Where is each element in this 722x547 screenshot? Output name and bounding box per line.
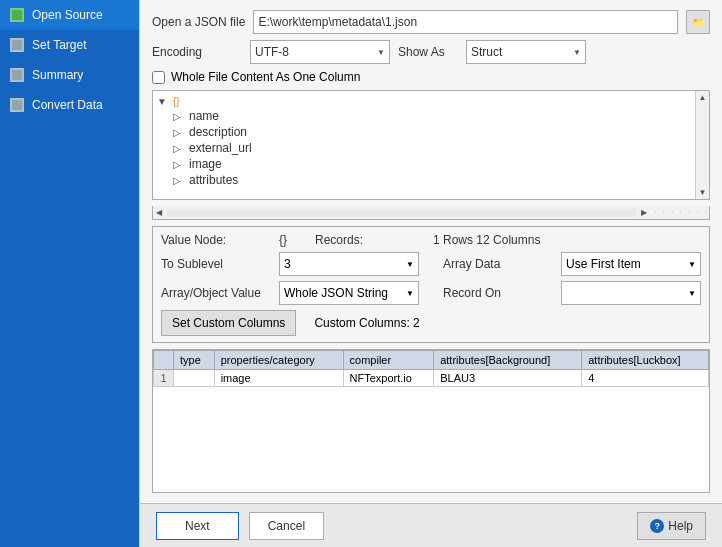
sidebar-item-convert-data-label: Convert Data	[32, 98, 103, 112]
tree-root-item[interactable]: ▼ {}	[157, 95, 691, 108]
browse-button[interactable]: 📁	[686, 10, 710, 34]
tree-arrow-desc-icon: ▷	[173, 127, 185, 138]
row-background-1: BLAU3	[434, 370, 582, 387]
properties-section: Value Node: {} Records: 1 Rows 12 Column…	[152, 226, 710, 343]
tree-vertical-scrollbar[interactable]: ▲ ▼	[695, 91, 709, 199]
custom-columns-row: Set Custom Columns Custom Columns: 2	[161, 310, 701, 336]
encoding-row: Encoding UTF-8 ▼ Show As Struct ▼	[152, 40, 710, 64]
array-object-row: Array/Object Value Whole JSON String ▼ R…	[161, 281, 701, 305]
tree-item-attributes[interactable]: ▷ attributes	[157, 172, 691, 188]
tree-collapse-icon: ▼	[157, 96, 169, 107]
array-data-arrow-icon: ▼	[688, 260, 696, 269]
record-on-label: Record On	[443, 286, 553, 300]
set-custom-columns-button[interactable]: Set Custom Columns	[161, 310, 296, 336]
scroll-up-icon[interactable]: ▲	[697, 91, 709, 104]
data-table-wrapper[interactable]: type properties/category compiler attrib…	[152, 349, 710, 493]
dotted-divider: · · · · · · ·	[654, 208, 709, 217]
help-icon: ?	[650, 519, 664, 533]
array-data-label: Array Data	[443, 257, 553, 271]
tree-arrow-name-icon: ▷	[173, 111, 185, 122]
convert-data-icon	[10, 98, 24, 112]
folder-icon: 📁	[692, 17, 704, 28]
file-label: Open a JSON file	[152, 15, 245, 29]
open-source-icon	[10, 8, 24, 22]
col-header-compiler: compiler	[343, 351, 434, 370]
tree-brace-icon: {}	[173, 96, 180, 107]
sublevel-arrow-icon: ▼	[406, 260, 414, 269]
sidebar-item-convert-data[interactable]: Convert Data	[0, 90, 139, 120]
tree-item-description-label: description	[189, 125, 247, 139]
show-as-value: Struct	[471, 45, 502, 59]
tree-arrow-attr-icon: ▷	[173, 175, 185, 186]
sublevel-row: To Sublevel 3 ▼ Array Data Use First Ite…	[161, 252, 701, 276]
tree-item-description[interactable]: ▷ description	[157, 124, 691, 140]
col-header-background: attributes[Background]	[434, 351, 582, 370]
help-label: Help	[668, 519, 693, 533]
value-node-label: Value Node:	[161, 233, 271, 247]
tree-item-external-url[interactable]: ▷ external_url	[157, 140, 691, 156]
encoding-select[interactable]: UTF-8 ▼	[250, 40, 390, 64]
row-num-1: 1	[154, 370, 174, 387]
sidebar-item-summary-label: Summary	[32, 68, 83, 82]
tree-hscroll-bar[interactable]: ◀ ▶ · · · · · · ·	[152, 206, 710, 220]
tree-arrow-url-icon: ▷	[173, 143, 185, 154]
show-as-label: Show As	[398, 45, 458, 59]
sublevel-select[interactable]: 3 ▼	[279, 252, 419, 276]
sidebar: Open Source Set Target Summary Convert D…	[0, 0, 139, 547]
tree-item-image[interactable]: ▷ image	[157, 156, 691, 172]
encoding-label: Encoding	[152, 45, 242, 59]
col-header-type: type	[174, 351, 215, 370]
value-node-row: Value Node: {} Records: 1 Rows 12 Column…	[161, 233, 701, 247]
hscroll-track	[167, 209, 636, 217]
show-as-arrow-icon: ▼	[573, 48, 581, 57]
array-object-value: Whole JSON String	[284, 286, 388, 300]
custom-columns-count: Custom Columns: 2	[314, 316, 419, 330]
tree-panel[interactable]: ▼ {} ▷ name ▷ description ▷ external_url	[153, 91, 695, 199]
row-compiler-1: NFTexport.io	[343, 370, 434, 387]
encoding-value: UTF-8	[255, 45, 289, 59]
next-button[interactable]: Next	[156, 512, 239, 540]
file-row: Open a JSON file 📁	[152, 10, 710, 34]
data-table: type properties/category compiler attrib…	[153, 350, 709, 387]
cancel-button[interactable]: Cancel	[249, 512, 324, 540]
tree-item-attributes-label: attributes	[189, 173, 238, 187]
record-on-select[interactable]: ▼	[561, 281, 701, 305]
main-content: Open a JSON file 📁 Encoding UTF-8 ▼ Show…	[139, 0, 722, 547]
help-button[interactable]: ? Help	[637, 512, 706, 540]
whole-file-row: Whole File Content As One Column	[152, 70, 710, 84]
bottom-bar: Next Cancel ? Help	[140, 503, 722, 547]
tree-item-image-label: image	[189, 157, 222, 171]
array-data-value: Use First Item	[566, 257, 641, 271]
content-area: Open a JSON file 📁 Encoding UTF-8 ▼ Show…	[140, 0, 722, 503]
records-value: 1 Rows 12 Columns	[433, 233, 540, 247]
whole-file-checkbox[interactable]	[152, 71, 165, 84]
row-type-1	[174, 370, 215, 387]
whole-file-label: Whole File Content As One Column	[171, 70, 360, 84]
show-as-select[interactable]: Struct ▼	[466, 40, 586, 64]
array-data-select[interactable]: Use First Item ▼	[561, 252, 701, 276]
array-object-arrow-icon: ▼	[406, 289, 414, 298]
sidebar-item-summary[interactable]: Summary	[0, 60, 139, 90]
row-category-1: image	[214, 370, 343, 387]
file-path-input[interactable]	[253, 10, 678, 34]
record-on-arrow-icon: ▼	[688, 289, 696, 298]
tree-item-name[interactable]: ▷ name	[157, 108, 691, 124]
sidebar-item-open-source-label: Open Source	[32, 8, 103, 22]
col-header-category: properties/category	[214, 351, 343, 370]
table-row: 1 image NFTexport.io BLAU3 4	[154, 370, 709, 387]
hscroll-right-icon[interactable]: ▶	[638, 208, 650, 217]
col-header-num	[154, 351, 174, 370]
encoding-arrow-icon: ▼	[377, 48, 385, 57]
sublevel-label: To Sublevel	[161, 257, 271, 271]
hscroll-left-icon[interactable]: ◀	[153, 208, 165, 217]
summary-icon	[10, 68, 24, 82]
sidebar-item-open-source[interactable]: Open Source	[0, 0, 139, 30]
array-object-select[interactable]: Whole JSON String ▼	[279, 281, 419, 305]
sidebar-item-set-target[interactable]: Set Target	[0, 30, 139, 60]
tree-item-name-label: name	[189, 109, 219, 123]
tree-arrow-image-icon: ▷	[173, 159, 185, 170]
tree-item-external-url-label: external_url	[189, 141, 252, 155]
sidebar-item-set-target-label: Set Target	[32, 38, 86, 52]
scroll-down-icon[interactable]: ▼	[697, 186, 709, 199]
value-node-value: {}	[279, 233, 287, 247]
